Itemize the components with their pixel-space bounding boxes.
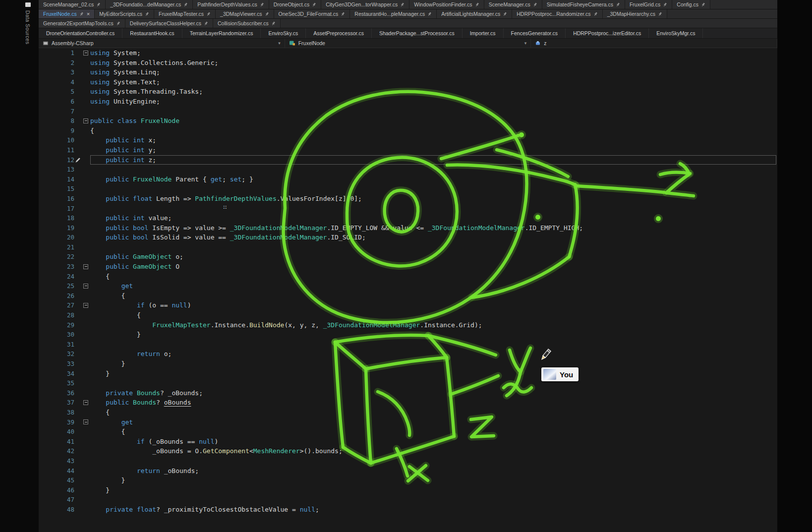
code-line[interactable]: 5using System.Threading.Tasks;: [39, 87, 777, 97]
code-line[interactable]: 36 private Bounds? _oBounds;: [39, 388, 777, 398]
tab-generator2exportmaptools-cs[interactable]: Generator2ExportMapTools.cs: [39, 19, 125, 28]
code-editor[interactable]: 1using System;2using System.Collections.…: [39, 48, 777, 532]
pin-icon[interactable]: [260, 2, 264, 7]
code-line[interactable]: 46 }: [39, 485, 777, 495]
tab-droneorientationcontroller-cs[interactable]: DroneOrientationController.cs: [39, 28, 122, 38]
code-line[interactable]: 38 {: [39, 408, 777, 417]
code-line[interactable]: 29 FruxelMapTester.Instance.BuildNode(x,…: [39, 320, 777, 330]
collapse-box-icon[interactable]: [83, 118, 88, 123]
member-dropdown[interactable]: z: [531, 39, 777, 48]
pin-icon[interactable]: [271, 21, 276, 26]
code-line[interactable]: 28 {: [39, 310, 777, 320]
fold-marker[interactable]: [74, 300, 90, 310]
pin-icon[interactable]: [96, 2, 101, 7]
pin-icon[interactable]: [503, 12, 507, 16]
pin-icon[interactable]: [593, 12, 598, 16]
code-line[interactable]: 22 public GameObject o;: [39, 252, 777, 262]
code-line[interactable]: 21: [39, 242, 777, 252]
tab-droneobject-cs[interactable]: DroneObject.cs: [269, 0, 321, 9]
tab-onesec3d-fileformat-cs[interactable]: OneSec3D_FileFormat.cs: [274, 9, 350, 18]
code-line[interactable]: 30 }: [39, 330, 777, 340]
tab-artificiallightsmanager-cs[interactable]: ArtificialLightsManager.cs: [437, 9, 512, 18]
code-line[interactable]: 37 public Bounds? oBounds: [39, 398, 777, 408]
code-line[interactable]: 42 _oBounds = O.GetComponent<MeshRendere…: [39, 446, 777, 456]
tab-collisionsubscriber-cs[interactable]: CollisionSubscriber.cs: [213, 19, 281, 28]
fold-marker[interactable]: [74, 417, 90, 427]
collapse-box-icon[interactable]: [83, 264, 88, 269]
type-dropdown[interactable]: FruxelNode ▾: [285, 39, 531, 48]
code-line[interactable]: 18 public int value;: [39, 213, 777, 223]
tab-restaurantho-plemanager-cs[interactable]: RestaurantHo...pleManager.cs: [350, 9, 437, 18]
tab-fruxelmaptester-cs[interactable]: FruxelMapTester.cs: [154, 9, 216, 18]
code-line[interactable]: 20 public bool IsSolid => value == _3DFo…: [39, 233, 777, 242]
pin-icon[interactable]: [475, 2, 479, 7]
code-line[interactable]: 43: [39, 456, 777, 466]
pin-icon[interactable]: [533, 2, 537, 7]
pin-icon[interactable]: [206, 12, 211, 16]
code-line[interactable]: 17: [39, 204, 777, 214]
fold-marker[interactable]: [74, 48, 90, 58]
code-line[interactable]: 9{: [39, 126, 777, 136]
tab-importer-cs[interactable]: Importer.cs: [463, 28, 504, 38]
code-line[interactable]: 41 if (_oBounds == null): [39, 437, 777, 447]
tab-hdrppostproc-randomizer-cs[interactable]: HDRPPostproc...Randomizer.cs: [512, 9, 602, 18]
tab-scenemanager-02-cs[interactable]: SceneManager_02.cs: [39, 0, 106, 9]
code-line[interactable]: 45 }: [39, 475, 777, 485]
code-line[interactable]: 3using System.Linq;: [39, 67, 777, 77]
fold-marker[interactable]: [74, 262, 90, 272]
code-line[interactable]: 10 public int x;: [39, 135, 777, 145]
code-line[interactable]: 39 get: [39, 417, 777, 427]
project-dropdown[interactable]: Assembly-CSharp ▾: [39, 39, 285, 48]
collapse-box-icon[interactable]: [83, 419, 88, 424]
code-line[interactable]: 27 if (o == null): [39, 300, 777, 310]
pin-icon[interactable]: [658, 12, 662, 16]
code-line[interactable]: 31: [39, 340, 777, 350]
pin-icon[interactable]: [427, 12, 432, 16]
tab-terrainlayerrandomizer-cs[interactable]: TerrainLayerRandomizer.cs: [182, 28, 261, 38]
code-line[interactable]: 16 public float Length => PathfinderDept…: [39, 194, 777, 204]
tab--3dfoundatio-delmanager-cs[interactable]: _3DFoundatio...delManager.cs: [106, 0, 193, 9]
code-line[interactable]: 8public class FruxelNode: [39, 116, 777, 126]
tab-pathfinderdepthvalues-cs[interactable]: PathfinderDepthValues.cs: [193, 0, 269, 9]
code-line[interactable]: 32 return o;: [39, 349, 777, 359]
tab-myeditorscripts-cs[interactable]: MyEditorScripts.cs: [95, 9, 154, 18]
code-line[interactable]: 13: [39, 165, 777, 175]
fold-marker[interactable]: [74, 398, 90, 408]
code-line[interactable]: 7: [39, 107, 777, 117]
code-line[interactable]: 40 {: [39, 427, 777, 437]
pin-icon[interactable]: [116, 21, 120, 26]
fold-marker[interactable]: [74, 116, 90, 126]
tab-envirosky-cs[interactable]: EnviroSky.cs: [261, 28, 306, 38]
collapse-box-icon[interactable]: [83, 51, 88, 56]
code-line[interactable]: 47: [39, 495, 777, 505]
code-line[interactable]: 11 public int y;: [39, 145, 777, 155]
tab--3dmapviewer-cs[interactable]: _3DMapViewer.cs: [216, 9, 274, 18]
tab-fruxelgrid-cs[interactable]: FruxelGrid.cs: [625, 0, 672, 9]
pin-icon[interactable]: [145, 12, 149, 16]
pin-icon[interactable]: [183, 2, 188, 7]
pin-icon[interactable]: [663, 2, 667, 7]
code-line[interactable]: 33 }: [39, 359, 777, 369]
collapse-box-icon[interactable]: [83, 303, 88, 308]
code-line[interactable]: 19 public bool IsEmpty => value >= _3DFo…: [39, 223, 777, 233]
code-line[interactable]: 44 return _oBounds;: [39, 466, 777, 476]
tab-citygen3dgen-torwrapper-cs[interactable]: CityGen3DGen...torWrapper.cs: [321, 0, 409, 9]
tab-assetpreprocessor-cs[interactable]: AssetPreprocessor.cs: [306, 28, 372, 38]
tab-enviroskymgr-cs[interactable]: EnviroSkyMgr.cs: [649, 28, 703, 38]
code-line[interactable]: 4using System.Text;: [39, 77, 777, 87]
tab-shaderpackage-stprocessor-cs[interactable]: ShaderPackage...stProcessor.cs: [372, 28, 463, 38]
pin-icon[interactable]: [400, 2, 405, 7]
tab-fencesgenerator-cs[interactable]: FencesGenerator.cs: [504, 28, 566, 38]
tab-fruxelnode-cs[interactable]: FruxelNode.cs×: [39, 9, 95, 18]
pin-icon[interactable]: [312, 2, 316, 7]
tab-config-cs[interactable]: Config.cs: [672, 0, 710, 9]
code-line[interactable]: 14 public FruxelNode Parent { get; set; …: [39, 175, 777, 184]
tab-windowpositionfinder-cs[interactable]: WindowPositionFinder.cs: [409, 0, 484, 9]
code-line[interactable]: 25 get: [39, 281, 777, 291]
code-line[interactable]: 35: [39, 378, 777, 388]
tab-simulatedfisheyecamera-cs[interactable]: SimulatedFisheyeCamera.cs: [542, 0, 625, 9]
fold-marker[interactable]: [74, 281, 90, 291]
pin-icon[interactable]: [265, 12, 269, 16]
code-line[interactable]: 12 public int z;: [39, 155, 777, 165]
collapse-box-icon[interactable]: [83, 400, 88, 405]
